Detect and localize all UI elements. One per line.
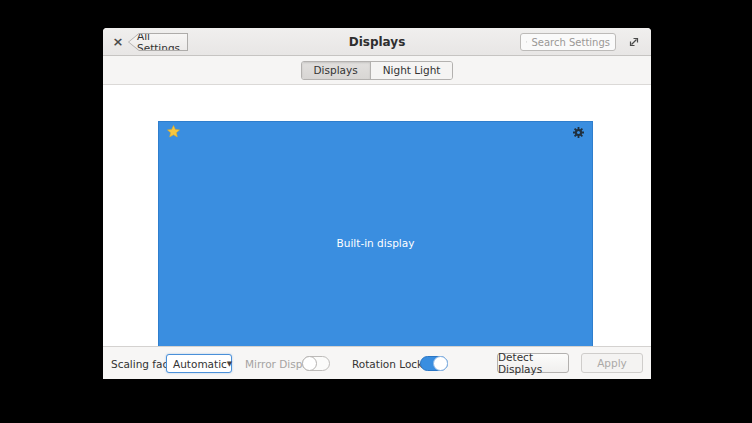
primary-display-star-icon [167,125,180,138]
toggle-knob [433,356,448,371]
display-preview[interactable]: Built-in display [158,121,593,365]
expand-icon [628,36,640,48]
desktop-background: × All Settings Displays Search Settings [0,0,752,423]
back-button-label: All Settings [137,30,187,54]
apply-button[interactable]: Apply [581,353,643,373]
detect-displays-button[interactable]: Detect Displays [497,353,569,373]
apply-label: Apply [597,357,627,369]
search-input[interactable]: Search Settings [520,33,616,51]
maximize-button[interactable] [625,33,643,51]
scaling-factor-dropdown[interactable]: Automatic ▼ [166,354,232,373]
close-icon: × [113,34,124,49]
displays-settings-window: × All Settings Displays Search Settings [103,28,651,379]
tab-displays[interactable]: Displays [302,62,370,79]
all-settings-back-button[interactable]: All Settings [128,33,188,51]
rotation-lock-toggle[interactable] [420,356,448,371]
scaling-factor-value: Automatic [173,358,227,370]
displays-canvas: Built-in display [103,86,651,346]
view-switcher: Displays Night Light [103,56,651,85]
action-bar: Scaling factor: Automatic ▼ Mirror Displ… [103,346,651,379]
tab-displays-label: Displays [314,64,358,76]
rotation-lock-label: Rotation Lock: [352,347,427,379]
header-bar: × All Settings Displays Search Settings [103,28,651,56]
search-icon [526,37,527,47]
search-placeholder: Search Settings [531,37,610,48]
detect-displays-label: Detect Displays [498,351,568,375]
tab-night-light-label: Night Light [383,64,441,76]
display-name-label: Built-in display [159,122,592,364]
close-button[interactable]: × [109,32,127,50]
tab-night-light[interactable]: Night Light [370,62,453,79]
toggle-knob [302,356,317,371]
display-settings-gear-icon[interactable] [572,126,585,139]
chevron-down-icon: ▼ [227,360,232,368]
mirror-display-toggle[interactable] [302,356,330,371]
